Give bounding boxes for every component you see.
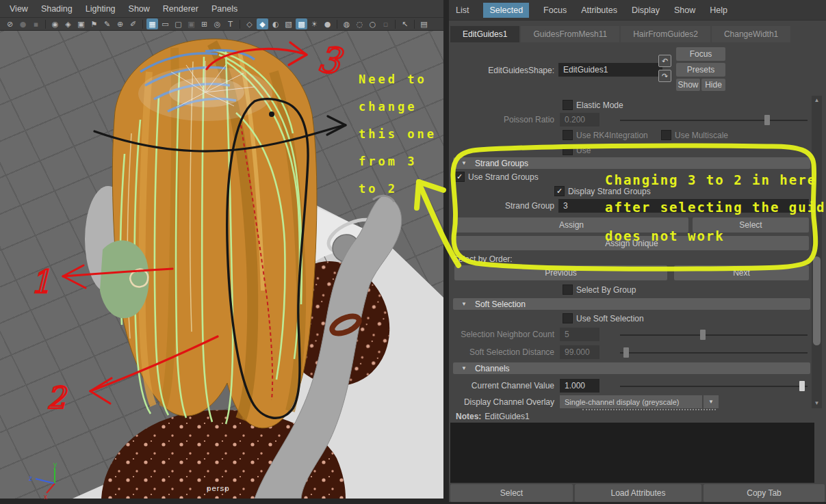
current-channel-slider[interactable] xyxy=(620,381,808,391)
notes-node-name: EditGuides1 xyxy=(485,412,529,421)
strand-group-field[interactable]: 3 xyxy=(558,199,809,213)
grease-pencil-icon[interactable]: ✐ xyxy=(127,18,139,29)
toolbar-separator xyxy=(337,20,337,29)
notes-textarea[interactable] xyxy=(450,423,814,483)
section-soft-selection[interactable]: ▼ Soft Selection xyxy=(453,298,810,310)
focus-button[interactable]: Focus xyxy=(676,47,725,61)
tab-changewidth1[interactable]: ChangeWidth1 xyxy=(712,26,790,42)
menu-help[interactable]: Help xyxy=(710,5,727,15)
elastic-mode-checkbox[interactable] xyxy=(563,100,573,110)
scrollbar-thumb[interactable] xyxy=(813,256,821,345)
xray-icon[interactable]: ▤ xyxy=(418,18,430,29)
display-strand-groups-checkbox[interactable]: ✓ xyxy=(554,186,565,196)
camera-icon[interactable]: ◉ xyxy=(49,18,61,29)
shadows-icon[interactable]: ● xyxy=(322,18,333,29)
footer-copy-tab-button[interactable]: Copy Tab xyxy=(704,484,825,502)
footer-load-attributes-button[interactable]: Load Attributes xyxy=(575,484,701,502)
menu-renderer[interactable]: Renderer xyxy=(163,4,198,14)
safe-title-icon[interactable]: T xyxy=(224,18,236,29)
wireframe-icon[interactable]: ◇ xyxy=(244,18,255,29)
use-multiscale-checkbox[interactable] xyxy=(661,130,671,140)
footer-select-button[interactable]: Select xyxy=(450,484,573,502)
display-overlay-dropdown[interactable]: Single-channel display (greyscale) xyxy=(560,395,702,408)
assign-unique-button[interactable]: Assign Unique xyxy=(454,236,809,250)
neighbor-count-label: Selection Neighbor Count xyxy=(452,330,554,339)
select-by-group-checkbox[interactable] xyxy=(563,284,573,295)
menu-show[interactable]: Show xyxy=(674,5,695,15)
shape-name-field[interactable]: EditGuides1 xyxy=(558,63,662,77)
input-connection-icon[interactable]: ↶ xyxy=(658,55,671,67)
section-channels[interactable]: ▼ Channels xyxy=(453,362,810,374)
attribute-scrollbar[interactable]: ▲ ▼ xyxy=(812,96,822,408)
menu-shading[interactable]: Shading xyxy=(41,4,73,14)
gate-mask-icon[interactable]: ▣ xyxy=(185,18,197,29)
menu-selected[interactable]: Selected xyxy=(483,3,529,18)
menu-view[interactable]: View xyxy=(10,4,28,14)
isolate-select-icon[interactable]: ↖ xyxy=(399,18,411,29)
safe-action-icon[interactable]: ◎ xyxy=(211,18,223,29)
next-button[interactable]: Next xyxy=(674,265,809,280)
menu-focus[interactable]: Focus xyxy=(543,5,567,15)
dof-icon[interactable]: ▫ xyxy=(380,18,391,29)
film-gate-icon[interactable]: ▭ xyxy=(159,18,171,29)
lock-camera-icon[interactable]: ◈ xyxy=(62,18,74,29)
soft-distance-field[interactable]: 99.000 xyxy=(560,345,599,359)
output-connection-icon[interactable]: ↷ xyxy=(658,70,671,82)
ghost-a-icon[interactable]: ● xyxy=(17,18,29,29)
presets-button[interactable]: Presets xyxy=(676,63,725,77)
notes-label: Notes:EditGuides1 xyxy=(456,412,530,421)
pan-zoom-icon[interactable]: ⊕ xyxy=(114,18,126,29)
flat-shade-icon[interactable]: ◐ xyxy=(270,18,281,29)
menu-show[interactable]: Show xyxy=(129,4,150,14)
current-channel-field[interactable]: 1.000 xyxy=(560,379,599,393)
previous-button[interactable]: Previous xyxy=(454,265,667,280)
menu-attributes[interactable]: Attributes xyxy=(581,5,617,15)
use-soft-selection-label: Use Soft Selection xyxy=(576,314,644,323)
scroll-up-icon[interactable]: ▲ xyxy=(812,96,822,105)
section-title: Channels xyxy=(475,364,510,373)
hidden-attr-checkbox[interactable] xyxy=(563,145,573,155)
scroll-down-icon[interactable]: ▼ xyxy=(812,399,822,408)
menu-list[interactable]: List xyxy=(456,5,469,15)
ghost-b-icon[interactable]: ▪ xyxy=(30,18,42,29)
poisson-ratio-field[interactable]: 0.200 xyxy=(560,113,599,127)
tab-hairfromguides2[interactable]: HairFromGuides2 xyxy=(621,26,710,42)
smooth-shade-icon[interactable]: ◆ xyxy=(257,18,268,29)
bounding-box-icon[interactable]: ▧ xyxy=(283,18,294,29)
menu-lighting[interactable]: Lighting xyxy=(86,4,116,14)
neighbor-count-slider[interactable] xyxy=(620,330,808,340)
hide-button[interactable]: Hide xyxy=(701,79,725,91)
viewport-canvas[interactable]: persp y z x xyxy=(0,31,443,499)
select-by-order-label: Select by Order: xyxy=(453,254,513,264)
menu-panels[interactable]: Panels xyxy=(211,4,237,14)
use-rk4-checkbox[interactable] xyxy=(563,130,573,140)
assign-button[interactable]: Assign xyxy=(454,217,688,233)
use-soft-selection-checkbox[interactable] xyxy=(563,313,573,323)
show-button[interactable]: Show xyxy=(676,79,700,91)
field-chart-icon[interactable]: ⊞ xyxy=(198,18,210,29)
dropdown-arrow-icon[interactable]: ▼ xyxy=(704,395,719,408)
grid-icon[interactable]: ▦ xyxy=(146,18,158,29)
tab-editguides1[interactable]: EditGuides1 xyxy=(450,26,519,42)
neighbor-count-field[interactable]: 5 xyxy=(560,328,599,341)
multisample-icon[interactable]: ○ xyxy=(367,18,378,29)
select-camera-icon[interactable]: ⊘ xyxy=(4,18,16,29)
tab-guidesfrommesh11[interactable]: GuidesFromMesh11 xyxy=(521,26,619,42)
menu-display[interactable]: Display xyxy=(632,5,660,15)
motion-blur-icon[interactable]: ◌ xyxy=(354,18,365,29)
bookmark-icon[interactable]: ⚑ xyxy=(88,18,100,29)
resolution-gate-icon[interactable]: ▢ xyxy=(172,18,184,29)
poisson-ratio-slider[interactable] xyxy=(620,115,808,125)
camera-attributes-icon[interactable]: ▣ xyxy=(75,18,87,29)
select-strand-button[interactable]: Select xyxy=(693,217,809,233)
lighting-icon[interactable]: ☀ xyxy=(309,18,320,29)
image-plane-icon[interactable]: ✎ xyxy=(101,18,113,29)
section-strand-groups[interactable]: ▼ Strand Groups xyxy=(453,157,810,169)
soft-distance-slider[interactable] xyxy=(620,347,808,358)
splitter-handle[interactable] xyxy=(582,409,716,410)
attribute-editor-menubar: List Selected Focus Attributes Display S… xyxy=(449,0,826,21)
toolbar-separator xyxy=(240,20,240,29)
textured-icon[interactable]: ▩ xyxy=(296,18,307,29)
use-strand-groups-checkbox[interactable]: ✓ xyxy=(454,172,465,182)
ao-icon[interactable]: ◍ xyxy=(341,18,352,29)
